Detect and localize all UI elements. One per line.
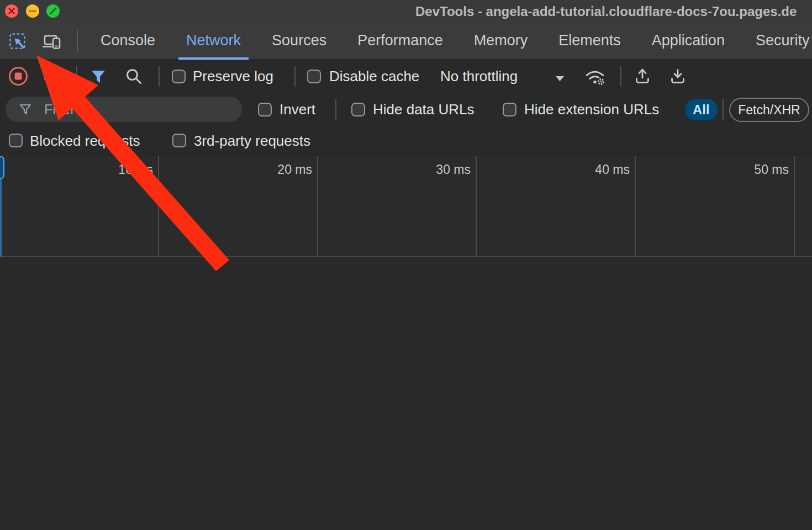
clear-network-log-button[interactable] [43, 67, 60, 87]
minimize-window-button[interactable] [26, 4, 39, 18]
tab-security[interactable]: Security [748, 23, 812, 60]
requests-empty-panel: Recordi Perform a request [0, 257, 812, 530]
export-har-button[interactable] [668, 67, 687, 88]
tab-console[interactable]: Console [93, 23, 163, 60]
toolbar-separator [159, 66, 160, 87]
throttling-select[interactable]: No throttling [440, 68, 518, 85]
overview-window-drag-handle[interactable] [0, 156, 4, 179]
titlebar: DevTools - angela-add-tutorial.cloudflar… [0, 0, 812, 23]
timeline-tick-label: 50 ms [754, 162, 789, 177]
request-options-bar: Blocked requests 3rd-party requests [0, 126, 812, 156]
preserve-log-checkbox[interactable] [172, 70, 186, 83]
search-button[interactable] [125, 67, 144, 88]
toolbar-separator [76, 66, 77, 87]
filter-input-container[interactable] [6, 97, 242, 122]
invert-checkbox[interactable] [258, 103, 272, 116]
chevron-down-icon [556, 76, 565, 82]
filterbar-separator [335, 99, 336, 120]
disable-cache-label: Disable cache [329, 68, 419, 85]
tab-network[interactable]: Network [178, 23, 249, 60]
tab-elements[interactable]: Elements [551, 23, 629, 60]
filterbar-separator [723, 99, 724, 120]
timeline-tick-label: 30 ms [436, 162, 471, 177]
network-conditions-button[interactable] [584, 67, 607, 89]
timeline-gridline [158, 156, 159, 257]
timeline-gridline [794, 156, 795, 257]
blocked-requests-label: Blocked requests [30, 132, 140, 150]
timeline-tick-label: 40 ms [595, 162, 630, 177]
import-har-icon [633, 67, 652, 86]
third-party-requests-label: 3rd-party requests [194, 132, 310, 150]
network-filter-bar: Invert Hide data URLs Hide extension URL… [0, 93, 812, 126]
import-har-button[interactable] [633, 67, 652, 88]
export-har-icon [668, 67, 687, 86]
window-title: DevTools - angela-add-tutorial.cloudflar… [415, 4, 797, 19]
tabbar-separator [77, 30, 78, 52]
timeline-gridline [635, 156, 636, 257]
hide-data-urls-checkbox[interactable] [351, 103, 365, 116]
fullscreen-icon [46, 4, 60, 18]
hide-extension-urls-checkbox[interactable] [503, 103, 516, 116]
stop-recording-icon [8, 66, 29, 87]
filter-toggle-button[interactable] [90, 68, 107, 87]
toggle-device-toolbar-button[interactable] [42, 31, 63, 52]
timeline-gridline [317, 156, 318, 257]
devtools-tabbar: Console Network Sources Performance Memo… [0, 23, 812, 60]
throttling-dropdown-button[interactable] [556, 74, 565, 84]
timeline-tick-label: 20 ms [277, 162, 312, 177]
network-overview-timeline[interactable]: 10 ms 20 ms 30 ms 40 ms 50 ms [0, 156, 812, 257]
tab-performance[interactable]: Performance [350, 23, 451, 60]
request-type-chip-fetch-xhr[interactable]: Fetch/XHR [729, 98, 809, 122]
search-icon [125, 67, 144, 86]
network-toolbar: Preserve log Disable cache No throttling [0, 60, 812, 93]
third-party-requests-checkbox[interactable] [172, 134, 186, 147]
filter-input[interactable] [44, 100, 232, 119]
timeline-tick-label: 10 ms [118, 162, 153, 177]
filter-funnel-icon [90, 68, 107, 85]
hide-data-urls-label: Hide data URLs [373, 101, 474, 118]
network-conditions-wifi-icon [584, 67, 607, 87]
blocked-requests-checkbox[interactable] [9, 134, 23, 147]
zoom-window-button[interactable] [46, 4, 60, 18]
close-icon [5, 4, 18, 18]
devtools-window: DevTools - angela-add-tutorial.cloudflar… [0, 0, 812, 530]
inspect-element-button[interactable] [8, 31, 29, 52]
toolbar-separator [620, 66, 621, 87]
request-type-chip-all[interactable]: All [685, 99, 718, 120]
hide-extension-urls-label: Hide extension URLs [524, 101, 659, 118]
timeline-gridline [476, 156, 477, 257]
clear-icon [43, 67, 60, 85]
device-toolbar-icon [42, 33, 63, 51]
inspect-cursor-icon [9, 33, 28, 51]
record-network-log-button[interactable] [8, 66, 29, 89]
disable-cache-checkbox[interactable] [307, 70, 321, 83]
tab-sources[interactable]: Sources [264, 23, 334, 60]
toolbar-separator [294, 66, 296, 87]
tab-application[interactable]: Application [644, 23, 732, 60]
filter-input-funnel-icon [19, 103, 32, 116]
minimize-icon [26, 4, 39, 18]
panel-tabs: Console Network Sources Performance Memo… [93, 23, 812, 60]
tab-memory[interactable]: Memory [466, 23, 536, 60]
invert-label: Invert [280, 101, 315, 118]
preserve-log-label: Preserve log [193, 68, 273, 85]
close-window-button[interactable] [5, 4, 18, 18]
